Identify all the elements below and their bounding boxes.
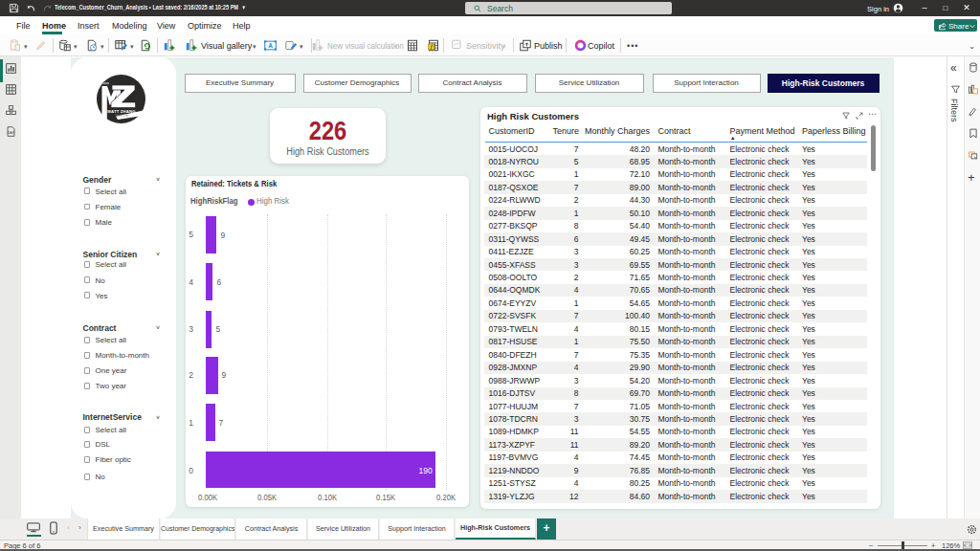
svg-text:TELECOM: TELECOM (115, 114, 128, 118)
svg-text:ƒ: ƒ (430, 44, 433, 50)
svg-text:MATT ZHANG: MATT ZHANG (107, 109, 135, 114)
svg-text:DAX: DAX (8, 131, 15, 135)
svg-text:A: A (268, 42, 273, 49)
